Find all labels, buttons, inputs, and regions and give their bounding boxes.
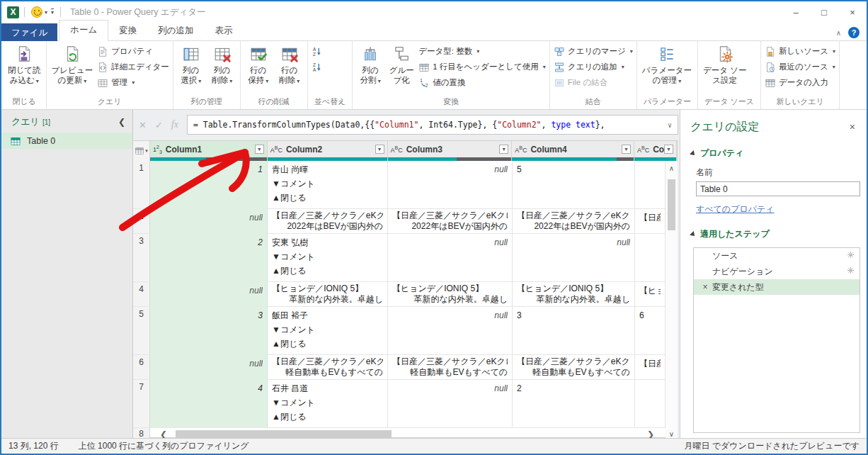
row-number[interactable]: 2 (133, 209, 150, 233)
formula-cancel-icon[interactable]: ✕ (139, 120, 147, 130)
feedback-smiley-icon[interactable] (31, 6, 42, 18)
ribbon-button-管理[interactable]: 管理▾ (97, 77, 169, 89)
column-header-Column2[interactable]: ABCColumn2▼ (268, 141, 388, 161)
grid-cell[interactable]: 【日産／三菱／サクラ／eKクロ...軽自動車もEVもすべての (513, 355, 635, 380)
grid-cell[interactable]: 2 (150, 234, 268, 282)
applied-steps-section-header[interactable]: 適用したステップ (690, 228, 857, 240)
column-filter-dropdown[interactable]: ▼ (255, 145, 264, 154)
ribbon-button-パラメーターの管理[interactable]: パラメーターの管理▾ (639, 42, 695, 87)
grid-cell[interactable]: 3 (513, 307, 635, 355)
ribbon-button-プロパティ[interactable]: プロパティ (97, 45, 169, 57)
scrollbar-thumb[interactable] (668, 179, 675, 230)
grid-cell[interactable]: 3 (150, 307, 268, 355)
collapse-pane-icon[interactable]: ❮ (118, 117, 125, 127)
settings-close-icon[interactable]: × (850, 121, 855, 133)
tab-ホーム[interactable]: ホーム (59, 20, 108, 41)
grid-cell[interactable]: null (150, 282, 268, 307)
collapse-ribbon-icon[interactable]: ∧ (836, 29, 841, 37)
ribbon-button-行の削除[interactable]: 行の削除▾ (274, 42, 305, 87)
properties-section-header[interactable]: プロパティ (690, 147, 857, 159)
grid-cell[interactable]: 青山 尚暉▼コメント▲閉じる (268, 161, 388, 209)
tab-変換[interactable]: 変換 (108, 21, 147, 41)
grid-cell[interactable]: 【日産 (635, 209, 666, 234)
column-header-Column4[interactable]: ABCColumn4▼ (512, 141, 634, 161)
column-header-Column1[interactable]: 123Column1▼ (150, 141, 268, 161)
grid-corner-button[interactable]: ▾ (133, 141, 150, 161)
row-number[interactable]: 1 (133, 161, 150, 208)
grid-cell[interactable]: null (150, 355, 268, 380)
delete-step-icon[interactable]: × (698, 282, 712, 292)
grid-cell[interactable]: 【日産／三菱／サクラ／eKクロ...2022年はBEVが国内外の (388, 209, 513, 234)
grid-cell[interactable]: null (388, 380, 513, 428)
tab-ファイル[interactable]: ファイル (1, 23, 57, 41)
grid-cell[interactable]: 【日産 (635, 355, 666, 380)
grid-cell[interactable]: null (388, 307, 513, 355)
column-filter-dropdown[interactable]: ▼ (622, 145, 631, 154)
row-number[interactable]: 5 (133, 307, 150, 354)
row-number[interactable]: 6 (133, 355, 150, 379)
grid-cell[interactable] (635, 234, 666, 282)
grid-cell[interactable]: 2 (513, 380, 635, 428)
tab-列の追加[interactable]: 列の追加 (147, 21, 204, 41)
grid-cell[interactable]: null (513, 234, 635, 282)
row-number[interactable]: 3 (133, 234, 150, 281)
ribbon-button-列の削除[interactable]: 列の削除▾ (207, 42, 238, 87)
ribbon-button-最近のソース[interactable]: 最近のソース▾ (765, 61, 835, 73)
step-settings-gear-icon[interactable] (846, 250, 855, 262)
column-header-Colum[interactable]: ABCColum▼ (634, 141, 677, 161)
ribbon-button-行の保持[interactable]: 行の保持▾ (243, 42, 274, 87)
grid-cell[interactable]: 【日産／三菱／サクラ／eKクロ...2022年はBEVが国内外の (513, 209, 635, 234)
close-button[interactable]: × (838, 2, 867, 22)
ribbon-button-データ型: 整数[interactable]: データ型: 整数▾ (418, 45, 546, 57)
formula-input[interactable]: = Table.TransformColumnTypes(Data0,{{"Co… (187, 115, 678, 135)
grid-cell[interactable]: 【日産／三菱／サクラ／eKクロ...軽自動車もEVもすべての (268, 355, 388, 380)
applied-step-ナビゲーション[interactable]: ナビゲーション (694, 264, 860, 279)
query-name-input[interactable] (696, 181, 860, 196)
grid-cell[interactable]: 石井 昌道▼コメント▲閉じる (268, 380, 388, 428)
grid-cell[interactable]: 【ヒョンデ／IONIQ 5】革新的な内外装。卓越し (268, 282, 388, 307)
grid-cell[interactable]: null (388, 161, 513, 209)
applied-step-変更された型[interactable]: ×変更された型 (694, 279, 860, 295)
grid-cell[interactable]: 安東 弘樹▼コメント▲閉じる (268, 234, 388, 282)
smiley-dropdown-icon[interactable]: ▾ (45, 9, 47, 16)
grid-cell[interactable] (635, 380, 666, 428)
grid-cell[interactable]: null (388, 234, 513, 282)
grid-corner-dropdown-icon[interactable]: ▾ (145, 148, 148, 154)
grid-cell[interactable]: null (150, 209, 268, 234)
grid-cell[interactable]: 【ヒョンデ／IONIQ 5】革新的な内外装。卓越し (388, 282, 513, 307)
applied-step-ソース[interactable]: ソース (694, 248, 860, 264)
grid-cell[interactable]: 1 (150, 161, 268, 209)
grid-cell[interactable]: 4 (150, 380, 268, 428)
row-number[interactable]: 4 (133, 282, 150, 306)
query-item-Table 0[interactable]: Table 0 (1, 133, 132, 149)
ribbon-button-列の分割[interactable]: 列の分割▾ (355, 42, 386, 87)
ribbon-button-データの入力[interactable]: データの入力 (765, 77, 835, 89)
grid-cell[interactable]: 【ヒョン (635, 282, 666, 307)
ribbon-button-データ ソース設定[interactable]: データ ソース設定 (700, 42, 750, 86)
ribbon-button-列の選択[interactable]: 列の選択▾ (176, 42, 207, 87)
formula-accept-icon[interactable]: ✓ (155, 120, 163, 130)
grid-cell[interactable]: 飯田 裕子▼コメント▲閉じる (268, 307, 388, 355)
ribbon-button-1 行目をヘッダーとして使用[interactable]: 1 行目をヘッダーとして使用▾ (418, 61, 546, 73)
grid-cell[interactable]: 6 (635, 307, 666, 355)
row-number[interactable]: 7 (133, 380, 150, 427)
maximize-button[interactable]: □ (810, 2, 838, 22)
column-filter-dropdown[interactable]: ▼ (664, 145, 673, 154)
column-filter-dropdown[interactable]: ▼ (375, 145, 384, 154)
all-properties-link[interactable]: すべてのプロパティ (696, 203, 775, 215)
ribbon-button-sort-za[interactable]: ZA (312, 61, 323, 73)
ribbon-button-グループ化[interactable]: グループ化 (386, 42, 417, 86)
ribbon-button-File の結合[interactable]: File の結合 (554, 77, 633, 89)
help-icon[interactable]: ? (848, 27, 860, 38)
ribbon-button-プレビューの更新[interactable]: プレビューの更新▾ (49, 42, 96, 87)
grid-cell[interactable]: 【日産／三菱／サクラ／eKクロ...2022年はBEVが国内外の (268, 209, 388, 234)
column-header-Column3[interactable]: ABCColumn3▼ (388, 141, 513, 161)
grid-cell[interactable]: 5 (513, 161, 635, 209)
minimize-button[interactable]: – (782, 2, 810, 22)
ribbon-button-クエリのマージ[interactable]: クエリのマージ▾ (554, 45, 633, 57)
vertical-scrollbar[interactable]: ∧ ∨ (666, 161, 678, 441)
scroll-up-icon[interactable]: ∧ (666, 161, 678, 175)
step-settings-gear-icon[interactable] (846, 266, 855, 277)
ribbon-button-新しいソース[interactable]: 新しいソース▾ (765, 45, 835, 57)
quick-access-customize-icon[interactable]: ▾ (51, 9, 54, 16)
